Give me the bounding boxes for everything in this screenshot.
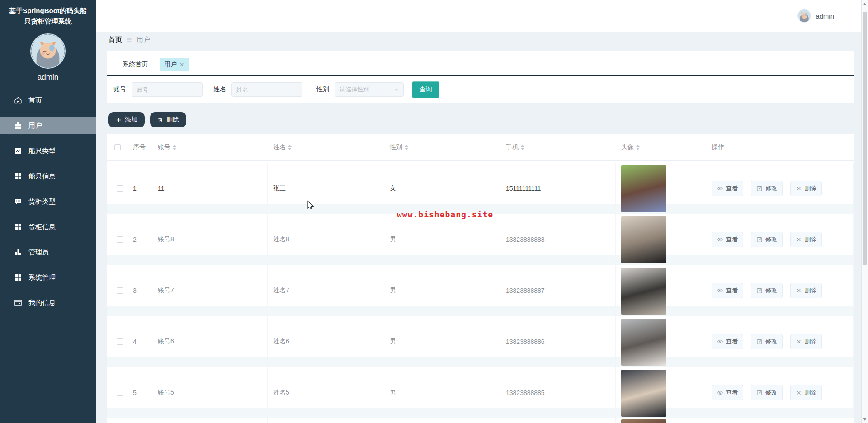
sidebar-item[interactable]: 系统管理 <box>0 265 96 290</box>
action-label: 修改 <box>765 184 777 193</box>
column-header[interactable]: 姓名 <box>268 143 384 151</box>
user-table: 序号 账号 姓名 性别 手机 头像 <box>107 134 854 423</box>
topbar: admin <box>96 0 861 32</box>
cell-phone: 13823888886 <box>500 316 616 367</box>
cell-account: 账号6 <box>152 316 268 367</box>
sidebar-item-icon <box>14 298 23 307</box>
action-icon <box>756 338 763 345</box>
column-header[interactable]: 手机 <box>500 143 616 151</box>
sidebar-item[interactable]: 船只类型 <box>0 138 96 164</box>
scrollbar-down-arrow[interactable] <box>863 418 867 421</box>
mouse-cursor <box>306 200 316 212</box>
sort-caret-icon[interactable] <box>636 145 640 150</box>
sidebar-item[interactable]: 货柜类型 <box>0 189 96 214</box>
sidebar-item[interactable]: 船只信息 <box>0 164 96 189</box>
row-action-button[interactable]: 删除 <box>790 283 822 298</box>
action-label: 修改 <box>765 235 777 244</box>
user-avatar <box>621 319 666 366</box>
action-label: 删除 <box>805 235 816 244</box>
sidebar-item[interactable]: 我的信息 <box>0 290 96 315</box>
account-input[interactable] <box>132 82 203 97</box>
user-avatar <box>621 216 666 263</box>
cell-phone: 15111111111 <box>500 163 616 214</box>
column-header[interactable]: 头像 <box>616 143 706 151</box>
sort-caret-icon[interactable] <box>521 145 524 150</box>
table-row: 4 账号6 姓名6 男 13823888886 查看 <box>107 316 854 367</box>
row-checkbox[interactable] <box>117 390 123 396</box>
sidebar-item-label: 货柜类型 <box>28 197 56 206</box>
sidebar-avatar <box>30 33 66 69</box>
row-checkbox[interactable] <box>117 287 123 294</box>
cell-index: 1 <box>127 163 152 214</box>
cell-phone: 13823888888 <box>500 214 616 265</box>
row-action-button[interactable]: 查看 <box>712 181 743 196</box>
row-checkbox[interactable] <box>117 185 123 192</box>
row-action-button[interactable]: 修改 <box>751 385 783 400</box>
row-action-button[interactable]: 删除 <box>790 181 822 196</box>
row-action-button[interactable]: 删除 <box>790 385 822 400</box>
sidebar-item-icon <box>14 121 23 130</box>
row-action-button[interactable]: 查看 <box>712 385 743 400</box>
close-icon[interactable] <box>179 62 184 67</box>
topbar-avatar[interactable] <box>797 9 811 23</box>
tab-label: 用户 <box>164 61 177 69</box>
search-account-label: 账号 <box>113 85 126 94</box>
sidebar-item[interactable]: 首页 <box>0 88 96 113</box>
row-actions: 查看 修改 删除 <box>706 214 854 265</box>
topbar-username[interactable]: admin <box>816 12 834 20</box>
scrollbar-thumb[interactable] <box>863 12 867 265</box>
cell-gender: 男 <box>384 265 500 316</box>
action-icon <box>717 236 723 243</box>
sidebar-item[interactable]: 管理员 <box>0 240 96 265</box>
cell-index: 3 <box>127 265 152 316</box>
gender-select[interactable]: 请选择性别 <box>335 82 404 97</box>
sort-caret-icon[interactable] <box>405 145 408 150</box>
table-row: 2 账号8 姓名8 男 13823888888 查看 <box>107 214 854 265</box>
row-action-button[interactable]: 修改 <box>751 181 783 196</box>
row-action-button[interactable]: 查看 <box>712 283 743 298</box>
cell-name: 姓名5 <box>268 367 384 418</box>
sidebar-item-icon <box>14 146 23 155</box>
row-action-button[interactable]: 查看 <box>712 232 743 247</box>
tabs-search-card: 系统首页 用户 账号 姓名 性别 请选择性别 查询 <box>107 51 854 103</box>
watermark-text: www.bishebang.site <box>397 210 493 219</box>
sidebar-item[interactable]: 货柜信息 <box>0 214 96 240</box>
cell-account: 11 <box>152 163 268 214</box>
delete-button[interactable]: 删除 <box>150 112 186 127</box>
query-button[interactable]: 查询 <box>412 81 439 98</box>
action-label: 修改 <box>765 287 777 295</box>
row-checkbox[interactable] <box>117 338 123 345</box>
row-checkbox[interactable] <box>117 236 123 243</box>
row-action-button[interactable]: 查看 <box>712 334 743 349</box>
cell-name: 姓名6 <box>268 316 384 367</box>
column-header[interactable]: 性别 <box>384 143 500 151</box>
action-label: 修改 <box>765 338 777 346</box>
column-header[interactable]: 操作 <box>706 143 854 151</box>
row-action-button[interactable]: 删除 <box>790 232 822 247</box>
sidebar-item-label: 船只信息 <box>28 172 56 181</box>
sort-caret-icon[interactable] <box>288 145 292 150</box>
tab[interactable]: 用户 <box>160 58 189 71</box>
tab[interactable]: 系统首页 <box>118 58 152 71</box>
select-all-checkbox[interactable] <box>114 144 121 150</box>
plus-icon <box>116 117 122 123</box>
row-action-button[interactable]: 修改 <box>751 334 783 349</box>
sort-caret-icon[interactable] <box>173 145 176 150</box>
scrollbar-up-arrow[interactable] <box>863 3 867 5</box>
delete-button-label: 删除 <box>166 116 179 124</box>
row-action-button[interactable]: 删除 <box>790 334 822 349</box>
sidebar-username: admin <box>0 73 96 82</box>
row-action-button[interactable]: 修改 <box>751 232 783 247</box>
action-label: 删除 <box>805 338 816 346</box>
scrollbar[interactable] <box>861 0 868 423</box>
action-icon <box>717 390 723 396</box>
add-button[interactable]: 添加 <box>108 112 145 127</box>
sidebar-item[interactable]: 用户 <box>0 113 96 138</box>
cell-gender: 男 <box>384 214 500 265</box>
column-header[interactable]: 序号 <box>127 143 152 151</box>
column-header[interactable]: 账号 <box>152 143 268 151</box>
name-input[interactable] <box>231 82 302 97</box>
row-action-button[interactable]: 修改 <box>751 283 783 298</box>
breadcrumb-root[interactable]: 首页 <box>108 36 122 44</box>
sidebar-item-icon <box>14 96 23 105</box>
